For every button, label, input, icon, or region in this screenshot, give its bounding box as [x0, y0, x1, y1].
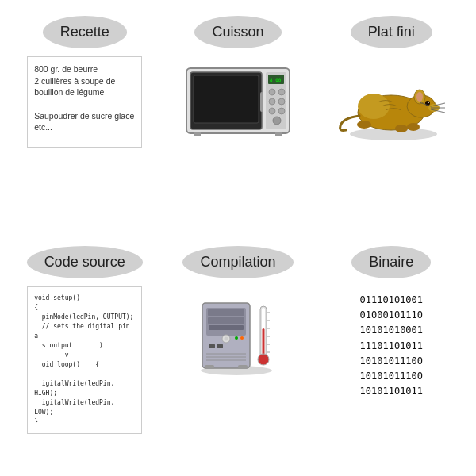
- svg-point-26: [358, 94, 390, 119]
- svg-point-12: [278, 108, 285, 114]
- svg-point-25: [395, 125, 408, 132]
- svg-point-7: [269, 89, 275, 95]
- microwave-illustration: 8:00: [180, 56, 295, 148]
- svg-point-40: [235, 336, 238, 340]
- svg-point-11: [269, 108, 275, 114]
- svg-point-21: [416, 92, 423, 102]
- content-code-source: void setup() { pinMode(ledPin, OUTPUT); …: [27, 286, 142, 434]
- cell-binaire: Binaire 01110101001 01000101110 10101010…: [315, 238, 468, 468]
- microwave-svg: 8:00: [182, 60, 294, 144]
- svg-rect-43: [217, 344, 223, 348]
- svg-rect-3: [260, 92, 263, 112]
- svg-rect-15: [275, 132, 282, 136]
- label-code-source: Code source: [27, 246, 143, 278]
- svg-point-13: [273, 117, 281, 125]
- svg-rect-37: [209, 325, 244, 330]
- content-binaire: 01110101001 01000101110 10101010001 1110…: [334, 286, 449, 405]
- svg-rect-48: [238, 365, 248, 369]
- svg-point-9: [269, 98, 275, 105]
- cell-code-source: Code source void setup() { pinMode(ledPi…: [8, 238, 161, 468]
- recipe-text: 800 gr. de beurre 2 cuillères à soupe de…: [34, 64, 134, 132]
- svg-rect-14: [194, 132, 201, 136]
- svg-rect-36: [208, 317, 244, 324]
- svg-point-24: [407, 123, 420, 131]
- svg-point-8: [278, 89, 285, 95]
- svg-text:8:00: 8:00: [270, 77, 282, 83]
- svg-point-31: [357, 121, 371, 129]
- label-binaire: Binaire: [351, 246, 431, 278]
- cell-recette: Recette 800 gr. de beurre 2 cuillères à …: [8, 8, 161, 238]
- computer-svg: [182, 289, 294, 376]
- svg-point-39: [224, 336, 228, 340]
- label-recette: Recette: [43, 16, 127, 48]
- svg-point-41: [240, 336, 244, 340]
- code-text: void setup() { pinMode(ledPin, OUTPUT); …: [34, 294, 141, 425]
- label-plat-fini: Plat fini: [351, 16, 432, 48]
- rat-svg: [334, 59, 449, 146]
- svg-rect-35: [208, 309, 244, 316]
- content-recette: 800 gr. de beurre 2 cuillères à soupe de…: [27, 56, 142, 148]
- label-compilation: Compilation: [182, 246, 293, 278]
- cell-compilation: Compilation: [161, 238, 314, 468]
- label-cuisson: Cuisson: [194, 16, 281, 48]
- svg-rect-47: [205, 365, 214, 369]
- binary-text: 01110101001 01000101110 10101010001 1110…: [360, 293, 423, 399]
- svg-rect-51: [262, 328, 264, 356]
- main-grid: Recette 800 gr. de beurre 2 cuillères à …: [0, 0, 476, 476]
- cell-plat-fini: Plat fini: [315, 8, 468, 238]
- svg-point-52: [258, 354, 269, 365]
- svg-rect-2: [194, 75, 259, 123]
- cell-cuisson: Cuisson 8:00: [161, 8, 314, 238]
- rat-illustration: [334, 56, 449, 148]
- svg-point-23: [428, 102, 429, 103]
- computer-illustration: [180, 286, 295, 378]
- svg-point-10: [278, 98, 285, 105]
- svg-rect-42: [209, 344, 215, 348]
